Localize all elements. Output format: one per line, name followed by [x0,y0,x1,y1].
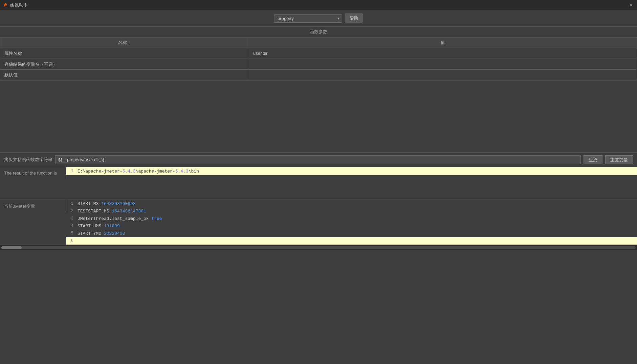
close-button[interactable]: × [628,2,634,8]
var-line: 6 [66,237,637,245]
var-line-number: 5 [66,231,76,236]
params-area: 名称： 值 属性名称user.dir存储结果的变量名（可选）默认值 [0,37,637,152]
params-table: 名称： 值 属性名称user.dir存储结果的变量名（可选）默认值 [0,37,637,81]
result-line-empty [66,191,637,200]
copy-bar: 拷贝并粘贴函数数字符串 生成 重置变量 [0,152,637,167]
table-row: 存储结果的变量名（可选） [0,59,637,70]
result-row: The result of the function is 1E:\apache… [0,167,637,200]
vars-label: 当前JMeter变量 [0,200,66,212]
col-name-header: 名称： [0,38,249,48]
var-line-number: 1 [66,201,76,206]
copy-input[interactable] [55,155,581,164]
param-name-cell: 属性名称 [0,48,249,59]
title-bar: 函数助手 × [0,0,637,10]
result-line-empty [66,183,637,191]
function-dropdown[interactable]: property [274,14,342,23]
line-content: E:\apache-jmeter-5.4.3\apache-jmeter-5.4… [76,169,637,174]
var-line-content: START.HMS 131809 [76,224,637,229]
scrollbar-area[interactable] [0,245,637,250]
var-line: 2TESTSTART.MS 1643486147881 [66,207,637,215]
toolbar-row: property ▼ 帮助 [0,10,637,26]
result-line-empty [66,175,637,183]
var-line-content: START.MS 1643393160993 [76,201,637,206]
param-value-cell[interactable] [249,70,637,81]
title-bar-left: 函数助手 [3,2,28,8]
var-line-number: 4 [66,224,76,228]
var-line-number: 6 [66,238,76,243]
var-line: 3JMeterThread.last_sample_ok true [66,215,637,222]
scrollbar-thumb[interactable] [1,246,22,249]
function-dropdown-wrapper: property ▼ [274,14,342,23]
result-label: The result of the function is [0,167,66,178]
flame-icon [3,2,8,8]
table-row: 默认值 [0,70,637,81]
var-line-number: 2 [66,209,76,213]
params-section-header: 函数参数 [0,26,637,37]
help-button[interactable]: 帮助 [345,14,363,23]
param-value-cell[interactable]: user.dir [249,48,637,59]
param-value-cell[interactable] [249,59,637,70]
var-line-content: JMeterThread.last_sample_ok true [76,216,637,221]
window-title: 函数助手 [10,2,28,8]
var-line: 4START.HMS 131809 [66,222,637,230]
result-line: 1E:\apache-jmeter-5.4.3\apache-jmeter-5.… [66,167,637,175]
result-content: 1E:\apache-jmeter-5.4.3\apache-jmeter-5.… [66,167,637,200]
var-line-content: TESTSTART.MS 1643486147881 [76,209,637,214]
var-line: 1START.MS 1643393160993 [66,200,637,207]
vars-content: 1START.MS 16433931609932TESTSTART.MS 164… [66,200,637,245]
reset-button[interactable]: 重置变量 [605,155,633,164]
param-name-cell: 默认值 [0,70,249,81]
var-line-content: START.YMD 20220408 [76,231,637,236]
scrollbar-track[interactable] [1,246,636,249]
line-number: 1 [66,169,76,174]
param-name-cell: 存储结果的变量名（可选） [0,59,249,70]
result-code-area: 1E:\apache-jmeter-5.4.3\apache-jmeter-5.… [66,167,637,200]
generate-button[interactable]: 生成 [584,155,602,164]
col-value-header: 值 [249,38,637,48]
copy-bar-label: 拷贝并粘贴函数数字符串 [4,157,52,163]
var-line: 5START.YMD 20220408 [66,230,637,237]
var-line-number: 3 [66,216,76,221]
vars-row: 当前JMeter变量 1START.MS 16433931609932TESTS… [0,200,637,245]
table-row: 属性名称user.dir [0,48,637,59]
